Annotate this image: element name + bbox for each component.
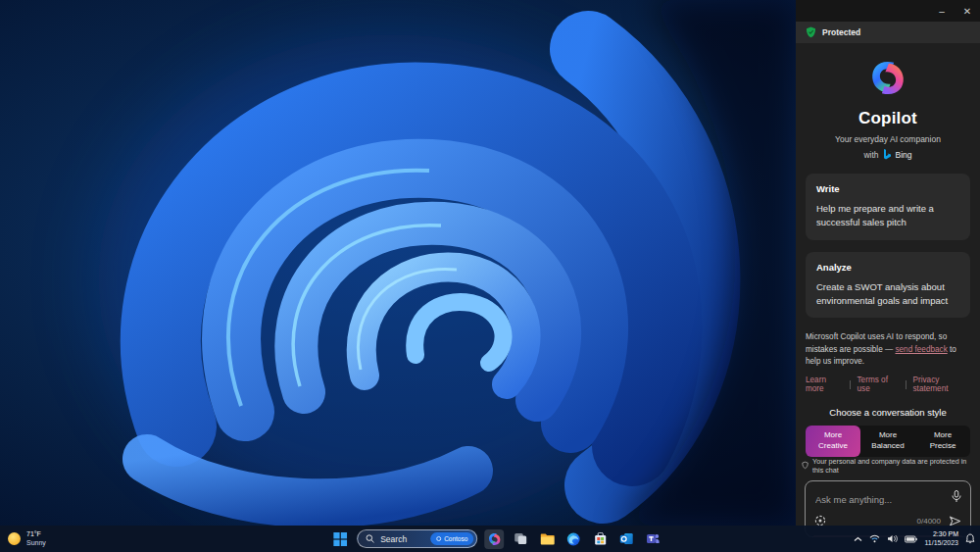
conversation-style-picker: More Creative More Balanced More Precise [806,426,970,457]
style-option-creative[interactable]: More Creative [806,426,860,457]
with-label: with [863,150,878,160]
shield-protected-icon [806,26,816,38]
panel-titlebar: – ✕ [796,0,980,22]
minimize-button[interactable]: – [929,0,955,22]
close-button[interactable]: ✕ [955,0,980,22]
link-divider [906,380,906,389]
copilot-logo [867,59,908,97]
system-tray: 2:30 PM 11/15/2023 [854,526,975,552]
taskbar-app-outlook[interactable] [616,529,636,549]
taskbar-search-box[interactable]: Search Contoso [357,529,477,548]
task-view-icon [514,532,527,545]
copilot-panel: – ✕ Protected [796,0,980,526]
file-explorer-icon [540,533,555,545]
privacy-statement-link[interactable]: Privacy statement [913,376,970,393]
copilot-title: Copilot [796,109,980,128]
search-badge-label: Contoso [444,535,467,542]
search-badge[interactable]: Contoso [430,532,473,545]
taskbar-app-task-view[interactable] [511,529,530,549]
style-option-line2: Precise [917,441,968,452]
weather-condition: Sunny [26,539,46,547]
taskbar-app-file-explorer[interactable] [537,529,557,549]
protected-banner: Protected [796,22,980,43]
windows-logo-icon [333,532,347,546]
with-bing-line: with Bing [796,149,980,160]
search-label: Search [380,534,424,544]
send-feedback-link[interactable]: send feedback [895,345,947,354]
clock-time: 2:30 PM [924,530,958,539]
copilot-taskbar-icon [487,532,502,546]
copilot-hero: Copilot Your everyday AI companion with … [796,59,980,160]
weather-widget[interactable]: 71°F Sunny [8,526,46,552]
wifi-icon[interactable] [869,534,880,543]
style-option-line1: More [862,430,913,441]
taskbar: 71°F Sunny Search [0,526,980,552]
style-option-line2: Creative [808,441,858,452]
card-body: Help me prepare and write a successful s… [816,202,959,230]
teams-icon [646,532,660,545]
taskbar-center: Search Contoso [330,526,662,552]
ai-disclaimer: Microsoft Copilot uses AI to respond, so… [806,331,970,369]
taskbar-app-store[interactable] [590,529,610,549]
card-title: Write [816,183,959,194]
taskbar-app-teams[interactable] [643,529,662,549]
conversation-style-heading: Choose a conversation style [796,407,980,418]
search-icon [366,534,374,543]
shield-outline-icon [802,461,808,470]
taskbar-clock[interactable]: 2:30 PM 11/15/2023 [924,530,958,548]
data-protection-text: Your personal and company data are prote… [812,457,974,475]
microphone-icon[interactable] [952,489,961,507]
screen: – ✕ Protected [0,0,980,552]
bing-logo-icon [883,149,892,160]
edge-icon [566,532,580,546]
link-divider [850,380,851,389]
learn-more-link[interactable]: Learn more [806,376,843,393]
style-option-line2: Balanced [862,441,913,452]
start-button[interactable] [330,529,350,549]
footer-links: Learn more Terms of use Privacy statemen… [806,376,970,393]
style-option-balanced[interactable]: More Balanced [860,426,915,457]
notification-bell-icon[interactable] [965,533,975,544]
style-option-line1: More [808,430,858,441]
data-protection-note: Your personal and company data are prote… [796,457,980,475]
weather-temperature: 71°F [26,530,46,538]
clock-date: 11/15/2023 [924,539,958,548]
style-option-line1: More [917,430,968,441]
copilot-tagline: Your everyday AI companion [796,134,980,144]
card-body: Create a SWOT analysis about environment… [816,280,959,309]
bing-label: Bing [896,150,912,160]
battery-icon[interactable] [905,535,917,543]
chat-input[interactable] [815,494,948,505]
card-title: Analyze [816,262,959,273]
microsoft-store-icon [594,532,607,545]
character-counter: 0/4000 [917,517,941,526]
search-badge-icon [436,536,441,541]
outlook-icon [619,532,633,545]
sun-icon [8,532,21,545]
terms-of-use-link[interactable]: Terms of use [858,376,899,393]
taskbar-app-copilot[interactable] [484,529,504,549]
suggestion-card-analyze[interactable]: Analyze Create a SWOT analysis about env… [806,252,970,319]
bloom-wallpaper-art [0,0,796,526]
chevron-up-icon[interactable] [854,536,862,542]
suggestion-card-write[interactable]: Write Help me prepare and write a succes… [806,174,970,240]
style-option-precise[interactable]: More Precise [915,426,970,457]
volume-icon[interactable] [887,534,898,543]
protected-label: Protected [822,27,860,37]
taskbar-app-edge[interactable] [564,529,583,549]
suggestion-cards: Write Help me prepare and write a succes… [806,174,970,318]
